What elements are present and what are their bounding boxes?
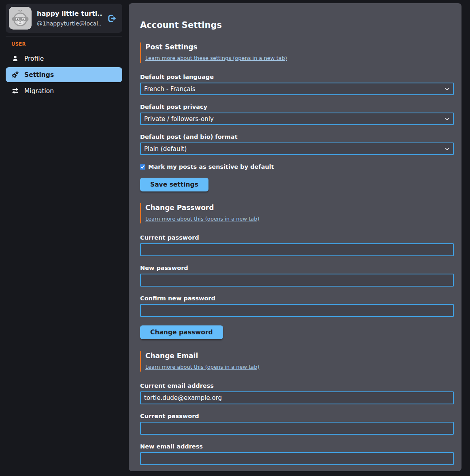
default-post-language-label: Default post language	[140, 74, 454, 80]
default-post-language-select[interactable]: French - Français	[140, 83, 454, 95]
change-email-header: Change Email Learn more about this (open…	[140, 351, 454, 372]
default-post-privacy-label: Default post privacy	[140, 104, 454, 110]
sidebar-item-label: Profile	[24, 55, 44, 62]
email-current-password-field: Current password	[140, 413, 454, 435]
sidebar: happy little turtl... @1happyturtle@loca…	[6, 4, 122, 100]
email-current-password-input[interactable]	[140, 422, 454, 435]
account-settings-panel: Account Settings Post Settings Learn mor…	[129, 3, 461, 471]
default-post-format-label: Default post (and bio) format	[140, 134, 454, 140]
confirm-new-password-input[interactable]	[140, 304, 454, 317]
confirm-new-password-field: Confirm new password	[140, 295, 454, 317]
sidebar-item-migration[interactable]: Migration	[6, 83, 122, 98]
sensitive-default-row: Mark my posts as sensitive by default	[140, 164, 454, 170]
user-card: happy little turtl... @1happyturtle@loca…	[6, 4, 122, 33]
post-settings-learn-more-link[interactable]: Learn more about these settings (opens i…	[145, 55, 287, 61]
confirm-new-password-label: Confirm new password	[140, 295, 454, 302]
nav-section-label: USER	[11, 41, 122, 47]
avatar	[9, 7, 32, 30]
sidebar-divider	[6, 36, 122, 36]
sidebar-item-label: Settings	[24, 71, 54, 79]
new-password-input[interactable]	[140, 274, 454, 287]
new-email-input[interactable]	[140, 452, 454, 465]
save-settings-button[interactable]: Save settings	[140, 178, 208, 191]
change-password-learn-more-link[interactable]: Learn more about this (opens in a new ta…	[145, 216, 259, 222]
new-password-label: New password	[140, 265, 454, 271]
default-post-format-field: Default post (and bio) format Plain (def…	[140, 134, 454, 155]
change-email-learn-more-link[interactable]: Learn more about this (opens in a new ta…	[145, 364, 259, 370]
post-settings-header: Post Settings Learn more about these set…	[140, 42, 454, 63]
sensitive-default-label: Mark my posts as sensitive by default	[148, 164, 274, 170]
sensitive-default-checkbox[interactable]	[140, 164, 145, 170]
new-email-label: New email address	[140, 443, 454, 450]
logout-button[interactable]	[107, 14, 116, 23]
user-handle: @1happyturtle@local...	[37, 20, 102, 27]
new-password-field: New password	[140, 265, 454, 287]
sidebar-item-label: Migration	[24, 87, 54, 95]
current-email-input[interactable]	[140, 391, 454, 404]
post-settings-heading: Post Settings	[145, 43, 454, 51]
user-icon	[11, 55, 19, 62]
default-post-format-select[interactable]: Plain (default)	[140, 142, 454, 155]
sidebar-item-settings[interactable]: Settings	[6, 67, 122, 82]
change-password-heading: Change Password	[145, 204, 454, 212]
current-password-input[interactable]	[140, 243, 454, 256]
current-password-field: Current password	[140, 234, 454, 256]
user-info: happy little turtl... @1happyturtle@loca…	[37, 10, 102, 27]
change-email-heading: Change Email	[145, 352, 454, 360]
logout-icon	[107, 14, 116, 23]
gears-icon	[11, 71, 19, 79]
default-post-language-field: Default post language French - Français	[140, 74, 454, 95]
user-display-name: happy little turtl...	[37, 10, 102, 17]
default-post-privacy-select[interactable]: Private / followers-only	[140, 113, 454, 125]
new-email-field: New email address	[140, 443, 454, 465]
transfer-arrows-icon	[11, 87, 19, 95]
current-password-label: Current password	[140, 234, 454, 241]
default-post-privacy-field: Default post privacy Private / followers…	[140, 104, 454, 125]
email-current-password-label: Current password	[140, 413, 454, 419]
change-password-header: Change Password Learn more about this (o…	[140, 203, 454, 223]
sidebar-item-profile[interactable]: Profile	[6, 51, 122, 66]
change-password-button[interactable]: Change password	[140, 325, 223, 339]
current-email-field: Current email address	[140, 382, 454, 404]
page-title: Account Settings	[140, 20, 454, 30]
current-email-label: Current email address	[140, 382, 454, 389]
